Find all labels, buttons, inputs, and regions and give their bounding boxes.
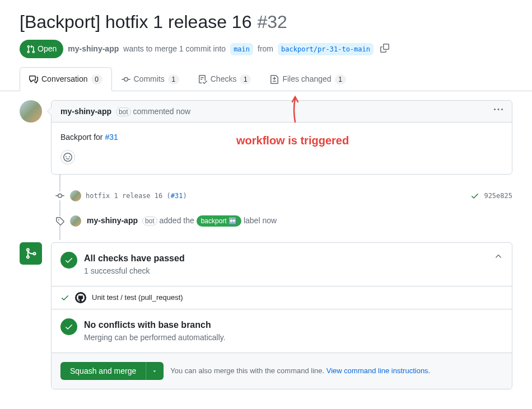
workflow-annotation: workflow is triggered <box>236 132 349 149</box>
arrow-annotation-icon <box>290 95 301 123</box>
chevron-up-icon <box>494 252 503 261</box>
kebab-icon <box>494 105 503 114</box>
backport-label[interactable]: backport ↔️ <box>197 215 241 227</box>
check-run-row[interactable]: Unit test / test (pull_request) <box>52 286 512 309</box>
conflicts-title: No conflicts with base branch <box>84 318 226 332</box>
comment-body-text: Backport for <box>60 133 105 142</box>
merge-hint-text: You can also merge this with the command… <box>170 366 326 375</box>
merge-status-icon <box>20 242 42 265</box>
check-run-name: Unit test / test (pull_request) <box>92 292 183 303</box>
comment-menu-button[interactable] <box>494 105 503 117</box>
copy-branch-button[interactable] <box>378 41 391 57</box>
pr-tabs: Conversation 0 Commits 1 Checks 1 Files … <box>0 67 532 91</box>
commit-pr-link[interactable]: #31 <box>171 192 183 200</box>
tab-checks[interactable]: Checks 1 <box>189 67 261 91</box>
comment-author[interactable]: my-shiny-app <box>60 107 111 116</box>
conversation-count: 0 <box>91 74 102 84</box>
commit-timeline-item: hotfix 1 release 16 (#31) 925e825 <box>51 184 512 208</box>
tab-files[interactable]: Files changed 1 <box>260 67 355 91</box>
bot-badge: bot <box>116 107 131 116</box>
checklist-icon <box>198 75 207 84</box>
pr-state-badge: Open <box>20 40 63 58</box>
smiley-icon <box>63 153 72 162</box>
check-icon <box>64 322 73 331</box>
pr-author[interactable]: my-shiny-app <box>68 43 119 55</box>
commits-count: 1 <box>168 74 179 84</box>
github-icon <box>77 294 85 302</box>
referenced-pr-link[interactable]: #31 <box>105 133 118 142</box>
copy-icon <box>380 44 389 53</box>
label-author[interactable]: my-shiny-app <box>87 216 138 225</box>
base-branch[interactable]: main <box>230 43 253 55</box>
tab-conversation[interactable]: Conversation 0 <box>20 67 112 91</box>
cli-instructions-link[interactable]: View command line instructions. <box>326 366 430 375</box>
pr-title-text: [Backport] hotfix 1 release 16 <box>20 8 251 35</box>
collapse-checks-button[interactable] <box>494 252 503 264</box>
comment-discussion-icon <box>29 75 38 84</box>
squash-merge-button[interactable]: Squash and merge <box>60 362 146 380</box>
check-icon[interactable] <box>470 191 479 200</box>
triangle-down-icon <box>152 368 157 374</box>
commit-sha[interactable]: 925e825 <box>484 191 512 201</box>
merge-panel: All checks have passed 1 successful chec… <box>51 242 512 389</box>
checks-status-icon <box>60 252 77 269</box>
pr-title: [Backport] hotfix 1 release 16 #32 <box>20 8 512 35</box>
pull-request-icon <box>26 45 35 54</box>
tag-badge-icon <box>55 217 64 225</box>
head-branch[interactable]: backport/pr-31-to-main <box>278 43 374 55</box>
merge-text: wants to merge 1 commit into <box>123 43 226 55</box>
files-count: 1 <box>335 74 346 84</box>
check-icon <box>60 293 69 302</box>
add-reaction-button[interactable] <box>60 150 75 164</box>
checks-title: All checks have passed <box>84 252 487 265</box>
pr-description-comment: my-shiny-app bot commented now Backport … <box>51 100 512 175</box>
file-diff-icon <box>270 75 279 84</box>
checks-subtitle: 1 successful check <box>84 265 487 277</box>
pr-number: #32 <box>257 8 287 35</box>
author-avatar[interactable] <box>20 100 42 123</box>
github-actions-avatar <box>75 292 86 303</box>
git-merge-icon <box>25 247 37 260</box>
conflicts-status-icon <box>60 318 77 335</box>
merge-method-dropdown[interactable] <box>146 362 164 380</box>
label-author-avatar[interactable] <box>70 215 81 227</box>
tab-commits[interactable]: Commits 1 <box>112 67 189 91</box>
comment-time: commented now <box>133 107 190 116</box>
commit-badge-icon <box>55 191 64 200</box>
conflicts-subtitle: Merging can be performed automatically. <box>84 332 226 344</box>
from-text: from <box>258 43 273 55</box>
check-icon <box>64 256 73 265</box>
commit-icon <box>122 75 130 84</box>
bot-badge: bot <box>142 217 157 225</box>
label-timeline-item: my-shiny-app bot added the backport ↔️ l… <box>51 208 512 233</box>
commit-message[interactable]: hotfix 1 release 16 ( <box>86 192 171 200</box>
checks-count: 1 <box>240 74 251 84</box>
commit-author-avatar[interactable] <box>70 190 81 201</box>
